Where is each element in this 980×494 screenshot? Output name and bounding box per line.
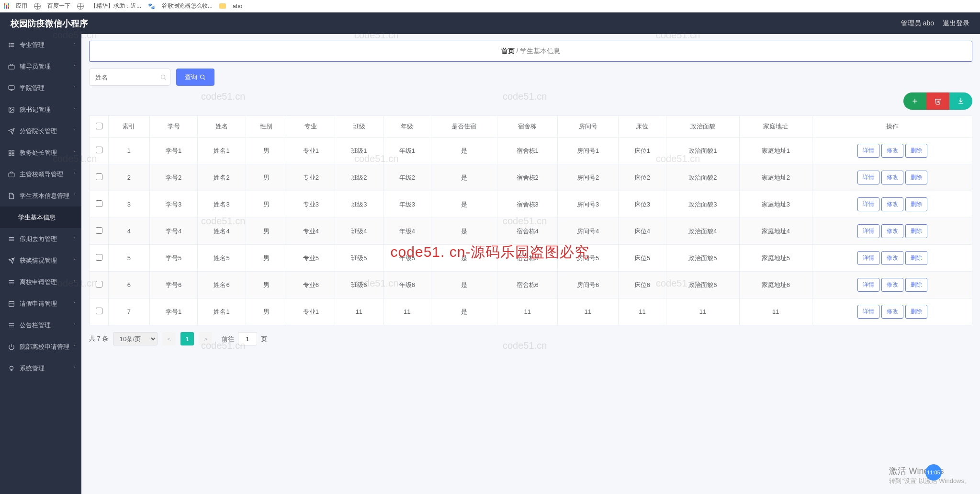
edit-button[interactable]: 修改 (881, 144, 903, 158)
chevron-down-icon: ˅ (73, 236, 76, 241)
sidebar-item[interactable]: 请假申请管理˅ (0, 293, 81, 314)
cell-room: 房间号5 (558, 245, 618, 272)
cell-class: 班级2 (335, 164, 383, 191)
edit-button[interactable]: 修改 (881, 197, 903, 211)
page-size-select[interactable]: 10条/页 (113, 332, 158, 345)
row-checkbox[interactable] (96, 200, 102, 207)
sidebar-item[interactable]: 学院管理˅ (0, 77, 81, 99)
search-suffix-icon[interactable] (160, 74, 167, 80)
cell-bed: 床位5 (618, 245, 666, 272)
cell-building: 宿舍栋1 (497, 138, 557, 164)
detail-button[interactable]: 详情 (857, 278, 879, 292)
row-checkbox[interactable] (96, 147, 102, 153)
edit-button[interactable]: 修改 (881, 171, 903, 184)
detail-button[interactable]: 详情 (857, 144, 879, 158)
delete-button[interactable]: 删除 (905, 197, 927, 211)
search-input[interactable] (89, 69, 170, 86)
row-checkbox[interactable] (96, 308, 102, 314)
edit-button[interactable]: 修改 (881, 305, 903, 319)
folder-icon (219, 3, 226, 9)
bookmark-abo[interactable]: abo (233, 3, 242, 10)
sidebar-subitem[interactable]: 学生基本信息 (0, 207, 81, 228)
row-checkbox[interactable] (96, 173, 102, 180)
sidebar-item[interactable]: 学生基本信息管理˄ (0, 185, 81, 207)
row-checkbox[interactable] (96, 281, 102, 287)
cell-room: 房间号6 (558, 272, 618, 299)
detail-button[interactable]: 详情 (857, 251, 879, 265)
cell-major: 专业2 (287, 164, 335, 191)
cell-addr: 家庭地址2 (739, 164, 812, 191)
cell-building: 宿舍栋3 (497, 191, 557, 218)
sidebar-item[interactable]: 分管院长管理˅ (0, 120, 81, 142)
cell-ops: 详情修改删除 (812, 272, 972, 299)
pagination: 共 7 条 10条/页 < 1 > 前往 页 (89, 332, 972, 345)
cell-idx: 6 (109, 272, 150, 299)
table-header: 床位 (618, 116, 666, 138)
sidebar-item[interactable]: 院部离校申请管理˅ (0, 336, 81, 357)
send-icon (8, 257, 15, 264)
delete-button[interactable]: 删除 (905, 251, 927, 265)
sidebar-item[interactable]: 系统管理˅ (0, 357, 81, 379)
cell-pol: 政治面貌5 (666, 245, 739, 272)
row-checkbox[interactable] (96, 227, 102, 234)
chevron-down-icon: ˅ (73, 344, 76, 349)
cell-dorm: 是 (431, 245, 497, 272)
table-header: 班级 (335, 116, 383, 138)
sidebar-item-label: 离校申请管理 (20, 278, 57, 287)
edit-button[interactable]: 修改 (881, 278, 903, 292)
sidebar-item[interactable]: 专业管理˅ (0, 34, 81, 56)
apps-grid-icon[interactable] (4, 3, 9, 9)
cell-name: 姓名4 (198, 218, 246, 245)
detail-button[interactable]: 详情 (857, 224, 879, 238)
delete-bulk-button[interactable] (926, 92, 949, 110)
sidebar-item[interactable]: 教务处长管理˅ (0, 142, 81, 163)
delete-button[interactable]: 删除 (905, 144, 927, 158)
image-icon (8, 106, 15, 114)
detail-button[interactable]: 详情 (857, 171, 879, 184)
sidebar-item[interactable]: 获奖情况管理˅ (0, 250, 81, 271)
cell-room: 房间号2 (558, 164, 618, 191)
download-button[interactable] (949, 92, 972, 110)
row-checkbox[interactable] (96, 254, 102, 261)
sidebar-item[interactable]: 主管校领导管理˅ (0, 163, 81, 185)
cell-dorm: 是 (431, 138, 497, 164)
sidebar: 专业管理˅辅导员管理˅学院管理˅院书记管理˅分管院长管理˅教务处长管理˅主管校领… (0, 34, 81, 494)
bookmark-jinghua[interactable]: 【精华】求助：近... (90, 2, 141, 10)
sidebar-item-label: 辅导员管理 (20, 62, 51, 71)
add-button[interactable] (903, 92, 926, 110)
goto-input[interactable] (238, 332, 257, 345)
delete-button[interactable]: 删除 (905, 305, 927, 319)
cell-addr: 家庭地址3 (739, 191, 812, 218)
bookmark-baidu[interactable]: 百度一下 (47, 2, 70, 10)
detail-button[interactable]: 详情 (857, 197, 879, 211)
page-1-button[interactable]: 1 (180, 332, 194, 345)
select-all-checkbox[interactable] (96, 123, 102, 129)
search-button[interactable]: 查询 (176, 69, 214, 86)
edit-button[interactable]: 修改 (881, 224, 903, 238)
sidebar-item[interactable]: 公告栏管理˅ (0, 314, 81, 336)
table-header: 房间号 (558, 116, 618, 138)
sidebar-item[interactable]: 辅导员管理˅ (0, 56, 81, 77)
cell-class: 班级3 (335, 191, 383, 218)
logout-link[interactable]: 退出登录 (943, 19, 969, 28)
cell-pol: 政治面貌3 (666, 191, 739, 218)
delete-button[interactable]: 删除 (905, 278, 927, 292)
detail-button[interactable]: 详情 (857, 305, 879, 319)
cell-no: 学号4 (149, 218, 197, 245)
next-page-button[interactable]: > (199, 332, 212, 345)
delete-button[interactable]: 删除 (905, 224, 927, 238)
cell-grade: 11 (383, 299, 431, 325)
edit-button[interactable]: 修改 (881, 251, 903, 265)
sidebar-item[interactable]: 院书记管理˅ (0, 99, 81, 120)
prev-page-button[interactable]: < (162, 332, 176, 345)
sidebar-item-label: 获奖情况管理 (20, 256, 57, 265)
sidebar-item[interactable]: 假期去向管理˅ (0, 228, 81, 250)
delete-button[interactable]: 删除 (905, 171, 927, 184)
table-row: 4学号4姓名4男专业4班级4年级4是宿舍栋4房间号4床位4政治面貌4家庭地址4详… (90, 218, 972, 245)
bookmark-chrome[interactable]: 谷歌浏览器怎么收... (162, 2, 213, 10)
header-user[interactable]: 管理员 abo (901, 19, 934, 28)
sidebar-item[interactable]: 离校申请管理˅ (0, 271, 81, 293)
cell-major: 专业3 (287, 191, 335, 218)
breadcrumb-home[interactable]: 首页 (501, 47, 515, 55)
apps-label[interactable]: 应用 (16, 2, 27, 10)
